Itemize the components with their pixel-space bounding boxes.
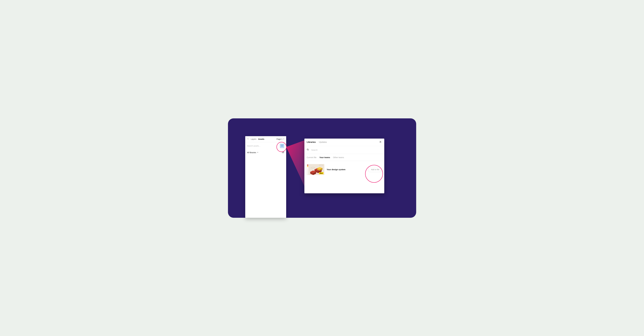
filter-other-teams[interactable]: Other teams <box>333 156 344 158</box>
search-icon <box>307 149 309 151</box>
filter-your-teams[interactable]: Your teams <box>320 156 330 158</box>
svg-point-2 <box>282 152 282 152</box>
svg-rect-15 <box>307 165 308 166</box>
svg-point-0 <box>247 138 248 139</box>
search-assets-placeholder[interactable]: Search assets... <box>247 145 260 147</box>
assets-sidebar: Layers Assets Page 1 Search assets... <box>245 136 286 218</box>
filter-current-file[interactable]: Current file <box>307 156 316 158</box>
book-icon <box>281 144 284 147</box>
svg-point-6 <box>282 153 282 153</box>
chevron-down-icon <box>283 139 284 139</box>
close-button[interactable] <box>378 140 382 144</box>
modal-tab-updates[interactable]: Updates <box>319 141 327 143</box>
search-icon[interactable] <box>247 138 249 140</box>
svg-point-11 <box>307 149 308 150</box>
add-to-file-button[interactable]: Add to file <box>368 167 382 172</box>
libraries-modal: Libraries Updates Current file Your team… <box>304 139 384 193</box>
svg-rect-16 <box>307 166 308 167</box>
chevron-down-icon <box>257 152 258 153</box>
svg-line-12 <box>308 150 308 150</box>
modal-body: Beta Your design system Add to file <box>304 161 384 193</box>
svg-rect-14 <box>307 164 308 175</box>
beta-badge: Beta <box>319 172 324 174</box>
page-selector-label: Page 1 <box>276 138 282 140</box>
open-libraries-button[interactable] <box>280 144 284 148</box>
libraries-filter[interactable]: All libraries <box>247 151 258 154</box>
svg-point-4 <box>282 152 282 152</box>
library-thumbnail[interactable]: Beta <box>307 164 324 175</box>
library-name: Your design system <box>327 168 366 171</box>
list-view-toggle[interactable] <box>282 151 284 154</box>
stage-background: Layers Assets Page 1 Search assets... <box>228 118 416 218</box>
tab-assets[interactable]: Assets <box>258 138 264 140</box>
sidebar-filter-row: All libraries <box>245 150 286 155</box>
libraries-filter-label: All libraries <box>247 151 256 154</box>
svg-rect-17 <box>307 167 308 168</box>
svg-line-1 <box>248 139 248 139</box>
sidebar-search-row: Search assets... <box>245 142 286 150</box>
page-selector[interactable]: Page 1 <box>276 138 284 140</box>
modal-header: Libraries Updates <box>304 139 384 146</box>
library-row: Beta Your design system Add to file <box>307 164 382 175</box>
tab-layers[interactable]: Layers <box>251 138 256 140</box>
modal-tab-libraries[interactable]: Libraries <box>307 141 316 143</box>
sidebar-top-row: Layers Assets Page 1 <box>245 136 286 142</box>
modal-filter-tabs: Current file Your teams Other teams <box>304 154 384 161</box>
modal-search-input[interactable] <box>311 149 382 151</box>
modal-search-row <box>304 146 384 154</box>
